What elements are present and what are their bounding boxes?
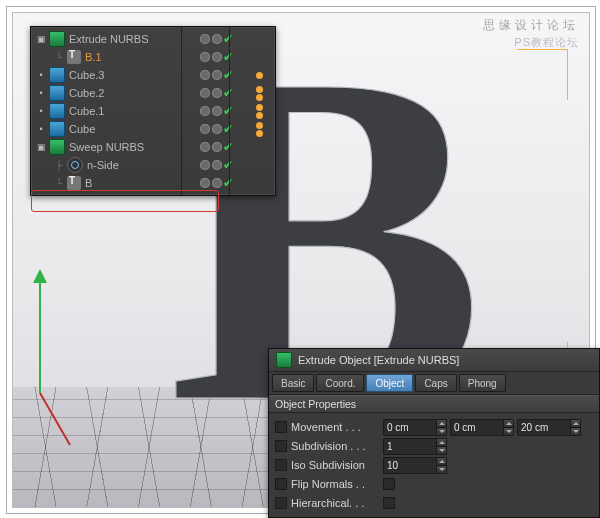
prop-flip-normals: Flip Normals . . <box>275 475 593 493</box>
anim-dot[interactable] <box>275 421 287 433</box>
prop-iso-subdivision: Iso Subdivision <box>275 456 593 474</box>
text-spline-icon <box>67 50 81 64</box>
tree-line: └ <box>54 52 64 62</box>
spinner-down-icon[interactable] <box>503 427 513 435</box>
om-item-cube1[interactable]: • Cube.1 ✔ <box>34 102 274 120</box>
iso-subdivision-input[interactable] <box>384 459 436 472</box>
spinner-up-icon[interactable] <box>436 458 446 465</box>
enable-check-icon[interactable]: ✔ <box>222 158 234 172</box>
tab-object[interactable]: Object <box>366 374 413 392</box>
extrude-icon <box>49 31 65 47</box>
tag-dot-icon[interactable] <box>256 112 263 119</box>
om-item-b1[interactable]: └ B.1 ✔ <box>34 48 274 66</box>
anim-dot[interactable] <box>275 459 287 471</box>
prop-label: Flip Normals . . <box>291 478 365 490</box>
spinner-up-icon[interactable] <box>436 420 446 427</box>
movement-x-input[interactable] <box>384 421 436 434</box>
spinner-down-icon[interactable] <box>436 465 446 473</box>
movement-y-field[interactable] <box>450 419 514 436</box>
tab-coord[interactable]: Coord. <box>316 374 364 392</box>
anim-dot[interactable] <box>275 440 287 452</box>
enable-check-icon[interactable]: ✔ <box>222 176 234 190</box>
movement-x-field[interactable] <box>383 419 447 436</box>
text-spline-icon <box>67 176 81 190</box>
expander-icon[interactable]: ▣ <box>36 142 46 152</box>
prop-label: Subdivision . . . <box>291 440 366 452</box>
spinner-up-icon[interactable] <box>570 420 580 427</box>
subdivision-input[interactable] <box>384 440 436 453</box>
om-item-cube2[interactable]: • Cube.2 ✔ <box>34 84 274 102</box>
movement-z-field[interactable] <box>517 419 581 436</box>
vis-dot[interactable] <box>200 34 210 44</box>
om-item-cube[interactable]: • Cube ✔ <box>34 120 274 138</box>
prop-subdivision: Subdivision . . . <box>275 437 593 455</box>
tag-dot-icon[interactable] <box>256 86 263 93</box>
subdivision-field[interactable] <box>383 438 447 455</box>
vis-dot[interactable] <box>212 52 222 62</box>
movement-z-input[interactable] <box>518 421 570 434</box>
section-header: Object Properties <box>269 395 599 413</box>
tab-basic[interactable]: Basic <box>272 374 314 392</box>
expander-icon[interactable]: ▣ <box>36 34 46 44</box>
enable-check-icon[interactable]: ✔ <box>222 50 234 64</box>
extrude-icon <box>276 352 292 368</box>
om-item-sweep-nurbs[interactable]: ▣ Sweep NURBS ✔ <box>34 138 274 156</box>
enable-check-icon[interactable]: ✔ <box>222 140 234 154</box>
om-item-b[interactable]: └ B ✔ <box>34 174 274 192</box>
cube-icon <box>49 121 65 137</box>
vis-dot[interactable] <box>200 52 210 62</box>
vis-dot[interactable] <box>212 34 222 44</box>
tag-dot-icon[interactable] <box>256 122 263 129</box>
object-manager-panel[interactable]: ▣ Extrude NURBS ✔ └ B.1 ✔ • Cube.3 ✔ • C… <box>30 26 276 196</box>
movement-y-input[interactable] <box>451 421 503 434</box>
iso-subdivision-field[interactable] <box>383 457 447 474</box>
om-item-nside[interactable]: ├ n-Side ✔ <box>34 156 274 174</box>
attribute-title: Extrude Object [Extrude NURBS] <box>298 354 459 366</box>
enable-check-icon[interactable]: ✔ <box>222 104 234 118</box>
anim-dot[interactable] <box>275 478 287 490</box>
cube-icon <box>49 67 65 83</box>
prop-hierarchical: Hierarchical. . . <box>275 494 593 512</box>
attribute-header: Extrude Object [Extrude NURBS] <box>269 349 599 372</box>
cube-icon <box>49 85 65 101</box>
hierarchical-checkbox[interactable] <box>383 497 395 509</box>
prop-label: Hierarchical. . . <box>291 497 364 509</box>
enable-check-icon[interactable]: ✔ <box>222 122 234 136</box>
spinner-down-icon[interactable] <box>436 427 446 435</box>
prop-label: Movement . . . <box>291 421 361 433</box>
cube-icon <box>49 103 65 119</box>
prop-movement: Movement . . . <box>275 418 593 436</box>
tag-dot-icon[interactable] <box>256 104 263 111</box>
tab-phong[interactable]: Phong <box>459 374 506 392</box>
om-item-cube3[interactable]: • Cube.3 ✔ <box>34 66 274 84</box>
tag-dot-icon[interactable] <box>256 94 263 101</box>
enable-check-icon[interactable]: ✔ <box>222 32 234 46</box>
tab-caps[interactable]: Caps <box>415 374 456 392</box>
sweep-icon <box>49 139 65 155</box>
tag-dot-icon[interactable] <box>256 72 263 79</box>
spinner-up-icon[interactable] <box>503 420 513 427</box>
attribute-manager-panel[interactable]: Extrude Object [Extrude NURBS] Basic Coo… <box>268 348 600 518</box>
flip-normals-checkbox[interactable] <box>383 478 395 490</box>
om-label: B.1 <box>85 51 200 63</box>
anim-dot[interactable] <box>275 497 287 509</box>
spinner-down-icon[interactable] <box>436 446 446 454</box>
om-label: n-Side <box>87 159 200 171</box>
enable-check-icon[interactable]: ✔ <box>222 86 234 100</box>
enable-check-icon[interactable]: ✔ <box>222 68 234 82</box>
om-label: B <box>85 177 200 189</box>
attribute-tabs: Basic Coord. Object Caps Phong <box>269 372 599 395</box>
om-item-extrude-nurbs[interactable]: ▣ Extrude NURBS ✔ <box>34 30 274 48</box>
tag-dot-icon[interactable] <box>256 130 263 137</box>
nside-icon <box>67 157 83 173</box>
prop-label: Iso Subdivision <box>291 459 365 471</box>
spinner-down-icon[interactable] <box>570 427 580 435</box>
spinner-up-icon[interactable] <box>436 439 446 446</box>
